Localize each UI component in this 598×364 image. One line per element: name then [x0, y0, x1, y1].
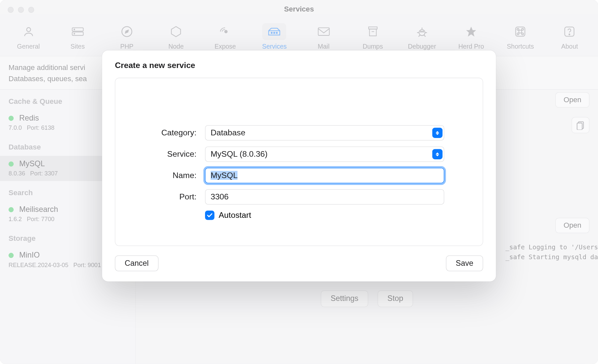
modal-form: Category: Database Service: MySQL (8.0.3…	[115, 78, 483, 246]
chevron-updown-icon[interactable]	[432, 149, 443, 159]
check-icon	[207, 212, 213, 218]
category-select[interactable]: Database	[205, 125, 444, 141]
name-input[interactable]: MySQL	[205, 168, 444, 183]
label-autostart: Autostart	[219, 211, 251, 220]
label-port: Port:	[137, 192, 196, 202]
chevron-updown-icon[interactable]	[432, 128, 443, 138]
autostart-checkbox[interactable]	[205, 211, 215, 220]
label-category: Category:	[137, 128, 196, 138]
modal-overlay: Create a new service Category: Database …	[0, 0, 598, 364]
label-service: Service:	[137, 149, 196, 159]
modal-title: Create a new service	[115, 61, 483, 70]
save-button[interactable]: Save	[446, 255, 483, 271]
label-name: Name:	[137, 171, 196, 180]
create-service-modal: Create a new service Category: Database …	[102, 50, 496, 281]
service-select[interactable]: MySQL (8.0.36)	[205, 147, 444, 162]
services-window: Services General Sites PHP Node Expose S…	[0, 0, 598, 364]
cancel-button[interactable]: Cancel	[115, 255, 159, 271]
port-input[interactable]: 3306	[205, 189, 444, 205]
